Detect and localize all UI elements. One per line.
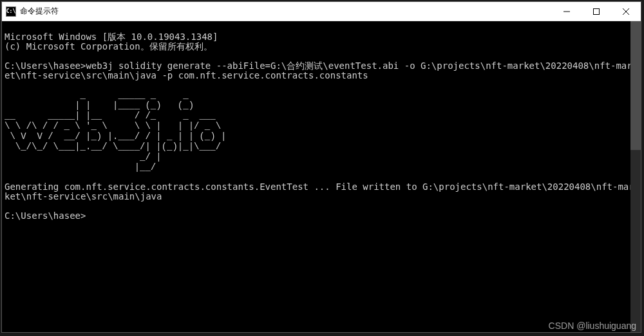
prompt-line: C:\Users\hasee> [5,210,86,221]
scrollbar-thumb[interactable] [630,21,641,150]
maximize-button[interactable] [582,2,611,21]
scrollbar[interactable] [630,21,641,332]
titlebar[interactable]: C:\ 命令提示符 [2,2,641,21]
command-line: C:\Users\hasee>web3j solidity generate -… [5,61,638,80]
titlebar-left: C:\ 命令提示符 [2,6,59,17]
window-title: 命令提示符 [20,6,59,17]
svg-rect-1 [594,8,600,14]
terminal-output[interactable]: Microsoft Windows [版本 10.0.19043.1348] (… [2,21,641,332]
os-version-line: Microsoft Windows [版本 10.0.19043.1348] [5,32,218,42]
window-controls [552,2,641,21]
cmd-icon: C:\ [6,6,16,17]
web3j-logo-ascii: _ _____ _ _ | | |____ (_) (_) __ _____| … [5,90,232,173]
close-button[interactable] [611,2,641,21]
copyright-line: (c) Microsoft Corporation。保留所有权利。 [5,41,213,51]
output-line: Generating com.nft.service.contracts.con… [5,182,634,201]
cmd-window: C:\ 命令提示符 Microsoft Windows [版本 10.0.190… [1,1,641,333]
minimize-button[interactable] [552,2,582,21]
